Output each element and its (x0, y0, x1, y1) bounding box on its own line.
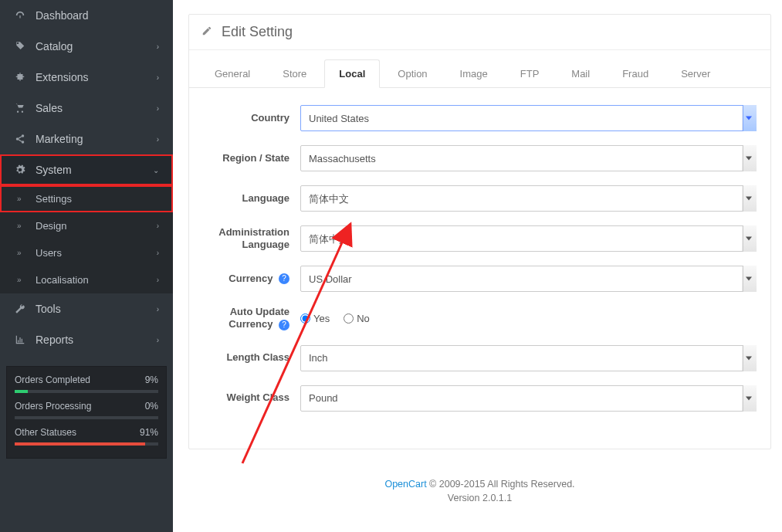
footer-version: Version 2.0.1.1 (448, 493, 512, 503)
sidebar-subitem-label: Design (36, 220, 66, 232)
label-country: Country (200, 112, 300, 124)
auto-update-currency-radios: Yes No (300, 313, 757, 324)
tab-option[interactable]: Option (383, 59, 442, 87)
label-admin-language: Administration Language (200, 226, 300, 252)
sidebar-subitem-localisation[interactable]: » Localisation › (0, 266, 173, 293)
gear-icon (14, 164, 26, 175)
label-auto-update-currency: Auto Update Currency ? (200, 306, 300, 331)
tab-fraud[interactable]: Fraud (608, 59, 663, 87)
stat-pct: 0% (145, 401, 158, 412)
footer: OpenCart © 2009-2015 All Rights Reserved… (188, 477, 771, 507)
chevron-right-icon: › (157, 249, 159, 257)
footer-brand-link[interactable]: OpenCart (384, 479, 426, 490)
radio-no[interactable]: No (344, 313, 370, 324)
label-currency: Currency ? (200, 273, 300, 285)
double-chevron-icon: » (17, 195, 28, 203)
tab-mail[interactable]: Mail (557, 59, 604, 87)
sidebar-subitem-label: Settings (36, 193, 72, 205)
sidebar-subitem-settings[interactable]: » Settings (0, 185, 173, 212)
tabs: General Store Local Option Image FTP Mai… (189, 50, 770, 88)
tab-server[interactable]: Server (666, 59, 725, 87)
tab-store[interactable]: Store (268, 59, 321, 87)
pencil-icon (201, 25, 212, 39)
chevron-right-icon: › (157, 104, 159, 113)
sidebar-submenu-system: » Settings » Design › » Users › » (0, 185, 173, 293)
label-length-class: Length Class (200, 351, 300, 364)
sidebar-subitem-users[interactable]: » Users › (0, 239, 173, 266)
panel-title: Edit Setting (222, 24, 293, 40)
sidebar-item-label: Catalog (36, 40, 73, 53)
sidebar-item-sales[interactable]: Sales › (0, 93, 173, 124)
main-content: Edit Setting General Store Local Option … (173, 0, 782, 532)
label-region: Region / State (200, 152, 300, 164)
double-chevron-icon: » (17, 222, 28, 230)
select-length-class[interactable]: Inch (300, 345, 757, 371)
radio-yes[interactable]: Yes (300, 313, 330, 324)
chevron-right-icon: › (157, 73, 159, 82)
tab-local[interactable]: Local (324, 59, 380, 88)
stat-label: Orders Processing (15, 401, 91, 412)
stat-orders-processing: Orders Processing 0% (15, 401, 158, 419)
wrench-icon (14, 303, 26, 314)
stat-label: Other Statuses (15, 427, 76, 438)
select-language[interactable]: 简体中文 (300, 185, 757, 212)
dashboard-icon (14, 10, 26, 21)
share-icon (14, 134, 26, 144)
select-region[interactable]: Massachusetts (300, 145, 757, 171)
stat-pct: 9% (145, 374, 158, 385)
sidebar-item-extensions[interactable]: Extensions › (0, 62, 173, 93)
tag-icon (14, 41, 26, 52)
info-icon[interactable]: ? (279, 273, 289, 284)
double-chevron-icon: » (17, 249, 28, 257)
puzzle-icon (14, 72, 26, 83)
svg-point-0 (22, 134, 25, 137)
tab-image[interactable]: Image (445, 59, 503, 87)
sidebar-item-label: System (36, 164, 72, 176)
chevron-down-icon: ⌄ (153, 166, 159, 175)
stats-box: Orders Completed 9% Orders Processing 0%… (6, 366, 167, 459)
chevron-right-icon: › (157, 336, 159, 344)
double-chevron-icon: » (17, 276, 28, 284)
sidebar-item-label: Marketing (36, 133, 83, 145)
sidebar-subitem-label: Users (36, 247, 62, 259)
edit-setting-panel: Edit Setting General Store Local Option … (188, 14, 771, 449)
info-icon[interactable]: ? (279, 320, 289, 330)
sidebar-item-system[interactable]: System ⌄ (0, 154, 173, 185)
stat-other-statuses: Other Statuses 91% (15, 427, 158, 446)
sidebar-item-marketing[interactable]: Marketing › (0, 124, 173, 154)
tab-ftp[interactable]: FTP (506, 59, 554, 87)
sidebar-item-label: Sales (36, 102, 63, 114)
panel-header: Edit Setting (189, 15, 770, 50)
sidebar: Dashboard Catalog › Extensions › (0, 0, 173, 532)
chevron-right-icon: › (157, 276, 159, 284)
sidebar-subitem-label: Localisation (36, 274, 89, 286)
sidebar-item-label: Extensions (36, 71, 88, 83)
svg-point-2 (22, 141, 25, 144)
svg-point-1 (16, 137, 19, 141)
sidebar-item-label: Tools (36, 303, 61, 315)
sidebar-item-catalog[interactable]: Catalog › (0, 31, 173, 62)
stat-orders-completed: Orders Completed 9% (15, 374, 158, 393)
select-currency[interactable]: US Dollar (300, 266, 757, 292)
sidebar-subitem-design[interactable]: » Design › (0, 212, 173, 239)
sidebar-item-label: Dashboard (36, 9, 89, 22)
chevron-right-icon: › (157, 222, 159, 230)
sidebar-item-dashboard[interactable]: Dashboard (0, 0, 173, 31)
sidebar-item-label: Reports (36, 334, 73, 346)
chevron-right-icon: › (157, 305, 159, 313)
sidebar-item-reports[interactable]: Reports › (0, 324, 173, 355)
stat-label: Orders Completed (15, 374, 90, 385)
stat-pct: 91% (140, 427, 158, 438)
label-weight-class: Weight Class (200, 391, 300, 404)
chevron-right-icon: › (157, 135, 159, 144)
tab-general[interactable]: General (200, 59, 265, 87)
chart-icon (14, 334, 26, 345)
cart-icon (14, 103, 26, 114)
form-body: Country United States Region / State Mas… (189, 88, 770, 449)
select-admin-language[interactable]: 简体中文 (300, 225, 757, 252)
sidebar-item-tools[interactable]: Tools › (0, 293, 173, 324)
label-language: Language (200, 192, 300, 205)
chevron-right-icon: › (157, 42, 159, 51)
select-country[interactable]: United States (300, 105, 757, 131)
select-weight-class[interactable]: Pound (300, 385, 757, 412)
